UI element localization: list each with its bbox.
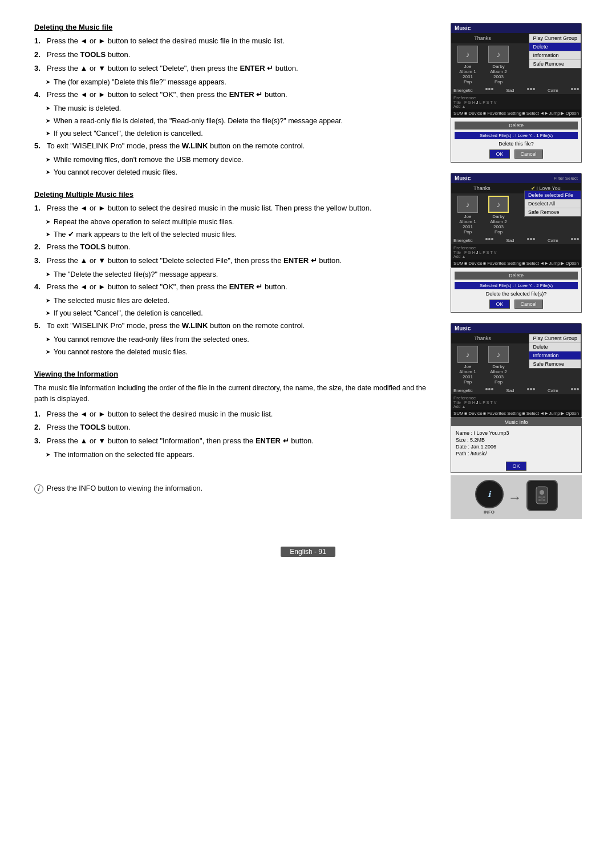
section2-steps-4: Press the ◄ or ► button to select "OK", … bbox=[34, 282, 433, 293]
info-remote-button[interactable]: ℹ bbox=[475, 480, 504, 508]
ui-panel-group-2: Music Filter Select Thanks ✔ I Love You … bbox=[451, 173, 582, 313]
music-panel-2: Music Filter Select Thanks ✔ I Love You … bbox=[451, 173, 582, 268]
dialog1-message: Delete this file? bbox=[455, 141, 578, 147]
dialog1-ok[interactable]: OK bbox=[489, 149, 509, 159]
dialog2-ok[interactable]: OK bbox=[489, 300, 509, 309]
track-darby-3: ♪ DarbyAlbum 22003Pop bbox=[484, 346, 513, 385]
info-size: Size : 5.2MB bbox=[456, 437, 577, 443]
step3-3: Press the ▲ or ▼ button to select "Infor… bbox=[34, 436, 433, 447]
panel2-title: Music bbox=[455, 175, 471, 181]
dialog2-cancel[interactable]: Cancel bbox=[514, 300, 543, 309]
track-thumb-2: ♪ bbox=[488, 46, 509, 63]
context-menu-1: Play Current Group Delete Information Sa… bbox=[529, 34, 581, 68]
section2-steps-2: Press the TOOLS button. Press the ▲ or ▼… bbox=[34, 242, 433, 266]
dialog1-buttons: OK Cancel bbox=[455, 149, 578, 159]
step2-4: Press the ◄ or ► button to select "OK", … bbox=[34, 282, 433, 293]
note1-4a: The music is deleted. bbox=[46, 103, 433, 114]
note2-3: The "Delete the selected file(s)?" messa… bbox=[46, 269, 433, 280]
tab-thanks-3: Thanks bbox=[472, 335, 493, 342]
track-thumb-3b: ♪ bbox=[488, 346, 509, 363]
menu-item-delete-3: Delete bbox=[529, 343, 581, 351]
footer-text: English - 91 bbox=[281, 547, 335, 557]
section-delete-multiple: Deleting Multiple Music files Press the … bbox=[34, 190, 433, 357]
dialog2-selected: Selected File(s) : I Love Y... 2 File(s) bbox=[455, 282, 578, 289]
step3-1: Press the ◄ or ► button to select the de… bbox=[34, 409, 433, 420]
svg-rect-4 bbox=[538, 499, 541, 501]
note2-5a: You cannot remove the read-only files fr… bbox=[46, 334, 433, 345]
note1-5a: While removing files, don't remove the U… bbox=[46, 155, 433, 165]
remote-svg bbox=[533, 486, 550, 506]
music-tabs-3: Thanks I Love You Play Current Group Del… bbox=[451, 333, 581, 343]
menu-item-delete-selected: Delete bbox=[529, 43, 581, 51]
section2-steps: Press the ◄ or ► button to select the de… bbox=[34, 203, 433, 214]
section2-title: Deleting Multiple Music files bbox=[34, 190, 433, 199]
track-darby-1: ♪ DarbyAlbum 22003Pop bbox=[484, 46, 513, 84]
step2-2: Press the TOOLS button. bbox=[34, 242, 433, 253]
menu-item-play: Play Current Group bbox=[529, 34, 581, 43]
note1-5b: You cannot recover deleted music files. bbox=[46, 167, 433, 177]
section1-title: Deleting the Music file bbox=[34, 23, 433, 31]
step2-1: Press the ◄ or ► button to select the de… bbox=[34, 203, 433, 214]
dialog2-title: Delete bbox=[455, 272, 578, 280]
step2-3: Press the ▲ or ▼ button to select "Delet… bbox=[34, 256, 433, 266]
remote-body bbox=[526, 480, 558, 515]
svg-point-1 bbox=[540, 490, 544, 495]
track-joe-1: ♪ JoeAlbum 12001Pop bbox=[453, 46, 482, 84]
svg-rect-6 bbox=[541, 496, 543, 501]
track-thumb-1: ♪ bbox=[457, 46, 478, 63]
mood-bar-3: Energetic Sad Calm bbox=[451, 387, 581, 394]
remote-control-area: ℹ INFO → bbox=[451, 475, 582, 519]
context-menu-3: Play Current Group Delete Information Sa… bbox=[529, 334, 581, 369]
bottom-bar-2: SUM ■ Device ■ Favorites Setting ■ Selec… bbox=[451, 260, 581, 267]
info-path: Path : /Music/ bbox=[456, 451, 577, 456]
section1-steps-cont: Press the ◄ or ► button to select "OK", … bbox=[34, 90, 433, 100]
dialog2-buttons: OK Cancel bbox=[455, 300, 578, 309]
menu-item-information: Information bbox=[529, 51, 581, 60]
ui-panel-group-3: Music Thanks I Love You Play Current Gro… bbox=[451, 323, 582, 519]
tab-thanks-2: Thanks bbox=[472, 185, 492, 192]
music-info-rows: Name : I Love You.mp3 Size : 5.2MB Date … bbox=[451, 428, 581, 459]
note3-step3: The information on the selected file app… bbox=[46, 450, 433, 460]
svg-rect-2 bbox=[538, 496, 541, 498]
panel1-title: Music bbox=[451, 23, 581, 33]
note1-4b: When a read-only file is deleted, the "R… bbox=[46, 116, 433, 126]
track-thumb-2a: ♪ bbox=[457, 196, 478, 213]
mood-bar-2: Energetic Sad Calm bbox=[451, 237, 581, 244]
pref-bar-1: Preference Title F G H J L P S T V Add ▲ bbox=[451, 94, 581, 110]
section-delete-music-file: Deleting the Music file Press the ◄ or ►… bbox=[34, 23, 433, 177]
svg-rect-3 bbox=[543, 496, 545, 498]
step1-4: Press the ◄ or ► button to select "OK", … bbox=[34, 90, 433, 100]
context-menu-2: Delete selected File Deselect All Safe R… bbox=[524, 191, 581, 217]
section1-steps-5: To exit "WISELINK Pro" mode, press the W… bbox=[34, 141, 433, 152]
menu-item-deselect-all: Deselect All bbox=[525, 200, 581, 208]
section3-title: Viewing the Information bbox=[34, 370, 433, 378]
delete-dialog-1: Delete Selected File(s) : I Love Y... 1 … bbox=[451, 118, 582, 163]
music-info-title: Music Info bbox=[451, 418, 581, 426]
section1-note-step3: The (for example) "Delete this file?" me… bbox=[46, 77, 433, 87]
menu-item-delete-selected-file: Delete selected File bbox=[525, 191, 581, 200]
info-icon: i bbox=[34, 484, 43, 494]
music-info-ok-btn[interactable]: OK bbox=[506, 462, 526, 471]
svg-rect-0 bbox=[536, 487, 548, 504]
panel2-filter: Filter Select bbox=[554, 176, 578, 181]
step2-5: To exit "WISELINK Pro" mode, press the W… bbox=[34, 321, 433, 331]
pref-bar-3: Preference Title F G H J L P S T V Add ▲ bbox=[451, 394, 581, 410]
menu-item-play-3: Play Current Group bbox=[529, 334, 581, 343]
step1-5: To exit "WISELINK Pro" mode, press the W… bbox=[34, 141, 433, 152]
track-darby-2: ♪ DarbyAlbum 22003Pop bbox=[484, 196, 513, 235]
panel3-title: Music bbox=[451, 324, 581, 333]
music-info-ok-area: OK bbox=[451, 462, 581, 471]
dialog2-message: Delete the selected file(s)? bbox=[455, 291, 578, 297]
arrow-icon: → bbox=[508, 480, 522, 515]
dialog1-cancel[interactable]: Cancel bbox=[514, 149, 543, 159]
note2-4a: The selected music files are deleted. bbox=[46, 296, 433, 306]
note2-1b: The ✔ mark appears to the left of the se… bbox=[46, 229, 433, 240]
section3-body: The music file information including the… bbox=[34, 383, 433, 405]
dialog1-selected: Selected File(s) : I Love Y... 1 File(s) bbox=[455, 132, 578, 139]
track-joe-3: ♪ JoeAlbum 12001Pop bbox=[453, 346, 482, 385]
remote-icon bbox=[526, 480, 558, 511]
page-footer: English - 91 bbox=[34, 547, 582, 557]
menu-item-saferemove: Safe Remove bbox=[529, 60, 581, 68]
menu-item-saferemove-2: Safe Remove bbox=[525, 208, 581, 216]
step1-3: Press the ▲ or ▼ button to select "Delet… bbox=[34, 63, 433, 74]
